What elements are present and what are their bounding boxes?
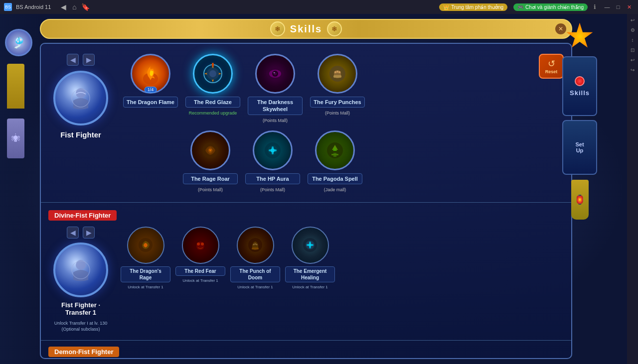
nav-arrows: ◀ ▶	[67, 54, 95, 66]
notification-btn-2[interactable]: 🎮 Chơi và giành chiến thắng	[513, 3, 588, 11]
minimize-btn[interactable]: —	[602, 2, 612, 11]
nav-bookmark-btn[interactable]: 🔖	[81, 2, 90, 11]
skill-name-5: The Rage Roar	[183, 173, 238, 184]
transfer-name: Fist Fighter · Transfer 1	[48, 301, 113, 316]
info-icon[interactable]: ℹ	[594, 3, 596, 10]
transfer-skill-unlock-3: Unlock at Transfer 1	[237, 285, 273, 289]
skill-icon-wrap-6	[253, 130, 293, 170]
skill-hp-aura[interactable]: The HP Aura (Points Mall)	[245, 130, 300, 192]
sidebar-icon-6[interactable]: ↪	[629, 66, 637, 74]
app-name: BS Android 11	[16, 4, 51, 10]
skill-icon-wrap-2	[193, 54, 233, 94]
character-portrait: ◀ ▶ Fist Fighter	[48, 54, 113, 192]
page-title: Skills	[290, 23, 322, 35]
transfer-skill-unlock-2: Unlock at Transfer 1	[182, 278, 218, 283]
nav-controls: ◀ ⌂ 🔖	[59, 2, 90, 11]
nav-home-btn[interactable]: ⌂	[70, 2, 79, 11]
skill-name-1: The Dragon Flame	[123, 97, 178, 108]
skills-row-1: 1/4 The Dragon Flame	[123, 54, 564, 123]
skill-darkness-skywheel[interactable]: The Darkness Skywheel (Points Mall)	[248, 54, 303, 123]
transfer-skills: The Dragon's Rage Unlock at Transfer 1	[121, 227, 564, 289]
close-btn-win[interactable]: ✕	[624, 2, 634, 11]
divine-section: Divine·Fist Fighter ◀ ▶	[41, 203, 571, 341]
skill-icon-3	[255, 54, 295, 94]
transfer-skill-icon-2	[182, 227, 219, 264]
right-sidebar: ↩ ⚙ ↕ ⊡ ↩ ↪	[627, 14, 638, 364]
transfer-nav-arrows: ◀ ▶	[67, 227, 95, 239]
nav-left-btn[interactable]: ◀	[67, 54, 79, 66]
transfer-skill-unlock-1: Unlock at Transfer 1	[128, 285, 163, 289]
transfer-nav-right[interactable]: ▶	[83, 227, 95, 239]
restore-btn[interactable]: □	[613, 2, 623, 11]
skill-icon-2	[193, 54, 233, 94]
skill-fury-punches[interactable]: The Fury Punches (Points Mall)	[310, 54, 365, 116]
svg-point-33	[201, 243, 204, 245]
skill-sublabel-4: (Points Mall)	[325, 111, 350, 116]
transfer-skill-name-2: The Red Fear	[175, 266, 225, 276]
game-frame: 🎐 🕷 Skills SetUp 🏮 ❄ Skills	[0, 14, 627, 364]
compass-icon	[560, 16, 600, 56]
title-bar-right: 👑 Trung tâm phần thưởng 🎮 Chơi và giành …	[439, 2, 634, 11]
transfer-nav-left[interactable]: ◀	[67, 227, 79, 239]
setup-label: SetUp	[575, 141, 584, 153]
svg-point-36	[253, 243, 254, 245]
header-deco-right: ❄	[327, 21, 342, 36]
demon-section-label: Demon·Fist Fighter	[48, 347, 119, 357]
character-name: Fist Fighter	[60, 130, 101, 139]
skill-name-2: The Red Glaze	[185, 97, 240, 108]
sidebar-icon-4[interactable]: ⊡	[629, 46, 637, 54]
skill-dragon-flame[interactable]: 1/4 The Dragon Flame	[123, 54, 178, 108]
skill-sublabel-5: (Points Mall)	[198, 187, 223, 192]
app-icon: BS	[4, 3, 12, 11]
skill-name-6: The HP Aura	[245, 173, 300, 184]
skills-container: ◀ ▶ Fist Fighter	[40, 43, 572, 359]
skill-icon-wrap-7	[315, 130, 355, 170]
notification-btn-1[interactable]: 👑 Trung tâm phần thưởng	[439, 3, 507, 11]
nav-right-btn[interactable]: ▶	[83, 54, 95, 66]
character-icon	[53, 71, 108, 125]
svg-point-32	[197, 243, 200, 245]
skill-dragons-rage[interactable]: The Dragon's Rage Unlock at Transfer 1	[121, 227, 170, 289]
nav-back-btn[interactable]: ◀	[59, 2, 68, 11]
skill-icon-wrap-3	[255, 54, 295, 94]
svg-point-16	[338, 71, 340, 73]
skill-panel-label: Skills	[570, 89, 590, 97]
skill-emergent-healing[interactable]: The Emergent Healing Unlock at Transfer …	[285, 227, 335, 289]
transfer-skill-icon-3	[237, 227, 274, 264]
transfer-skill-name-3: The Punch of Doom	[230, 266, 280, 282]
svg-point-43	[309, 243, 312, 246]
transfer-portrait: ◀ ▶ Fist Fighter · Transfer 1 Unlock Tra…	[48, 227, 113, 333]
skill-dot	[575, 76, 585, 86]
demon-section: Demon·Fist Fighter	[41, 341, 571, 359]
svg-point-37	[254, 243, 256, 244]
sidebar-icon-3[interactable]: ↕	[629, 36, 637, 44]
window-controls: — □ ✕	[602, 2, 634, 11]
skill-red-fear[interactable]: The Red Fear Unlock at Transfer 1	[175, 227, 225, 289]
skill-sublabel-3: (Points Mall)	[263, 118, 288, 123]
svg-point-22	[271, 148, 275, 152]
skill-icon-6	[253, 130, 293, 170]
left-decoration: 🎐 🕷	[0, 14, 40, 364]
skill-punch-doom[interactable]: The Punch of Doom Unlock at Transfer 1	[230, 227, 280, 289]
transfer-icon	[53, 243, 108, 297]
glow-ring	[193, 54, 233, 94]
sidebar-icon-1[interactable]: ↩	[629, 16, 637, 24]
skill-sublabel-2: Recommended upgrade	[189, 111, 237, 116]
svg-point-14	[334, 71, 336, 73]
skill-icon-wrap-4	[318, 54, 357, 94]
transfer-skill-icon-1	[127, 227, 164, 264]
skill-icon-5	[190, 130, 230, 170]
title-bar: BS BS Android 11 ◀ ⌂ 🔖 👑 Trung tâm phần …	[0, 0, 638, 14]
skill-rage-roar[interactable]: The Rage Roar (Points Mall)	[183, 130, 238, 192]
skill-panel[interactable]: Skills	[562, 56, 597, 116]
transfer-skill-name-1: The Dragon's Rage	[121, 266, 170, 282]
setup-panel[interactable]: SetUp	[562, 120, 597, 175]
skills-row-2: The Rage Roar (Points Mall)	[123, 130, 564, 192]
skill-pagoda-spell[interactable]: The Pagoda Spell (Jade mall)	[308, 130, 362, 192]
skill-icon-wrap-5	[190, 130, 230, 170]
skill-sublabel-7: (Jade mall)	[324, 187, 346, 192]
sidebar-icon-2[interactable]: ⚙	[629, 26, 637, 34]
skill-icon-wrap-1: 1/4	[131, 54, 170, 94]
sidebar-icon-5[interactable]: ↩	[629, 56, 637, 64]
skill-red-glaze[interactable]: The Red Glaze Recommended upgrade	[185, 54, 240, 116]
